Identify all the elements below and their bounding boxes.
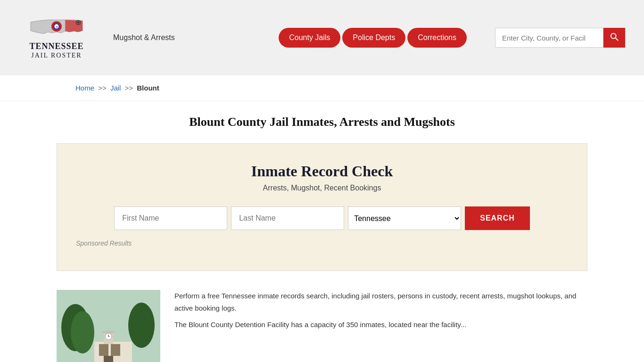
svg-rect-13 — [99, 344, 108, 356]
search-icon — [610, 33, 619, 41]
county-jails-button[interactable]: County Jails — [279, 28, 340, 48]
page-title: Blount County Jail Inmates, Arrests and … — [9, 115, 635, 129]
facility-image — [57, 290, 160, 362]
svg-rect-17 — [102, 331, 115, 333]
facility-scene-svg — [57, 290, 160, 362]
breadcrumb-current: Blount — [137, 84, 159, 92]
content-paragraph-2: The Blount County Detention Facility has… — [174, 319, 587, 331]
page-title-area: Blount County Jail Inmates, Arrests and … — [0, 101, 644, 139]
svg-point-11 — [128, 303, 155, 348]
logo-text: TENNESSEE JAIL ROSTER — [29, 41, 83, 59]
content-paragraph-1: Perform a free Tennessee inmate records … — [174, 290, 587, 314]
police-depts-button[interactable]: Police Depts — [342, 28, 405, 48]
header-search-area — [495, 28, 625, 48]
mugshot-arrests-link[interactable]: Mugshot & Arrests — [113, 33, 175, 42]
svg-point-6 — [611, 33, 616, 38]
breadcrumb-home[interactable]: Home — [75, 84, 94, 92]
last-name-input[interactable] — [231, 206, 344, 230]
sponsored-results-label: Sponsored Results — [76, 239, 568, 247]
logo-subtitle: JAIL ROSTER — [29, 52, 83, 60]
content-area: Perform a free Tennessee inmate records … — [0, 285, 644, 362]
image-placeholder — [57, 290, 160, 362]
nav-buttons: County Jails Police Depts Corrections — [279, 28, 467, 48]
logo-title: TENNESSEE — [29, 41, 83, 52]
content-text: Perform a free Tennessee inmate records … — [174, 290, 587, 336]
svg-point-10 — [71, 311, 94, 354]
svg-rect-15 — [104, 356, 113, 362]
svg-line-7 — [616, 38, 618, 40]
breadcrumb-sep1: >> — [98, 84, 107, 92]
first-name-input[interactable] — [114, 206, 227, 230]
svg-rect-14 — [111, 344, 120, 356]
record-check-box: Inmate Record Check Arrests, Mugshot, Re… — [57, 143, 587, 271]
logo-area: ★ TENNESSEE JAIL ROSTER — [19, 16, 94, 59]
record-check-subtitle: Arrests, Mugshot, Recent Bookings — [76, 184, 568, 192]
svg-point-5 — [77, 22, 80, 24]
svg-text:★: ★ — [56, 25, 58, 28]
header-search-input[interactable] — [495, 28, 603, 48]
record-form: Tennessee Alabama Georgia SEARCH — [76, 206, 568, 230]
record-search-button[interactable]: SEARCH — [465, 206, 530, 230]
corrections-button[interactable]: Corrections — [407, 28, 467, 48]
breadcrumb: Home >> Jail >> Blount — [75, 84, 569, 92]
header: ★ TENNESSEE JAIL ROSTER Mugshot & Arrest… — [0, 0, 644, 75]
header-search-button[interactable] — [603, 28, 625, 48]
record-check-title: Inmate Record Check — [76, 163, 568, 180]
state-select[interactable]: Tennessee Alabama Georgia — [348, 206, 461, 230]
breadcrumb-area: Home >> Jail >> Blount — [0, 75, 644, 101]
breadcrumb-sep2: >> — [125, 84, 133, 92]
breadcrumb-jail[interactable]: Jail — [110, 84, 121, 92]
tennessee-state-logo: ★ — [26, 16, 87, 41]
